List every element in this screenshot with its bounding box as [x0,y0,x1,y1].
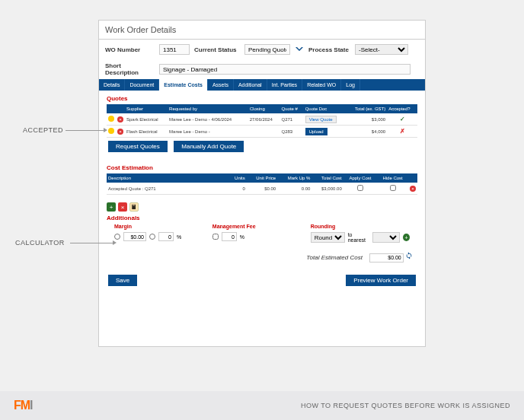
tab-assets[interactable]: Assets [208,79,234,91]
delete-icon[interactable]: × [117,116,123,123]
cost-total-cell: $3,000.00 [312,183,343,195]
wo-number-input[interactable] [159,44,190,55]
tab-additional[interactable]: Additional [234,79,267,91]
col-quote-doc: Quote Doc [304,104,346,113]
add-icon[interactable]: + [107,202,116,212]
col-quote-no: Quote # [280,104,304,113]
wo-number-label: WO Number [105,46,155,53]
cost-units-cell: 0 [228,183,247,195]
panel-title: Work Order Details [99,21,425,40]
quotes-grid: Supplier Requested by Closing Quote # Qu… [107,104,417,138]
delete-icon[interactable]: × [117,129,123,135]
rounding-label: Rounding [311,224,410,229]
apply-cost-checkbox[interactable] [357,185,363,191]
mgmt-fee-checkbox[interactable] [212,234,219,240]
requested-by-cell: Maree Lee - Demo - 4/06/2024 [168,113,248,126]
closing-cell [248,126,280,138]
calc-toolbar: + × 🖩 [99,199,425,215]
view-quote-button[interactable]: View Quote [305,116,337,123]
margin-pct-radio[interactable] [149,234,155,240]
process-state-select[interactable]: -Select- [355,44,408,55]
rounding-to-label: to nearest [348,232,369,243]
hide-cost-checkbox[interactable] [390,185,396,191]
tab-int-parties[interactable]: Int. Parties [267,79,302,91]
col-closing: Closing [248,104,280,113]
tab-related-wo[interactable]: Related WO [302,79,341,91]
mgmt-fee-label: Management Fee [212,224,288,229]
quote-no-cell: Q283 [280,126,304,138]
additionals-section: Additionals Margin % Management Fee [99,215,425,247]
short-desc-input[interactable] [159,64,411,75]
supplier-cell: Spark Electrical [125,113,168,126]
col-apply-cost: Apply Cost [343,173,377,183]
status-dropdown-icon[interactable] [295,43,304,56]
col-requested-by: Requested by [168,104,248,113]
tab-log[interactable]: Log [341,79,360,91]
margin-label: Margin [114,224,190,229]
col-hide-cost: Hide Cost [377,173,408,183]
rounding-block: Rounding Round to nearest + [311,224,410,243]
quotes-header-row: Supplier Requested by Closing Quote # Qu… [107,104,417,113]
total-row: Total Estimated Cost [99,247,425,267]
col-markup: Mark Up % [277,173,312,183]
manually-add-quote-button[interactable]: Manually Add Quote [174,141,244,152]
rounding-mode-select[interactable]: Round [311,232,345,243]
cost-estimation-grid: Description Units Unit Price Mark Up % T… [107,173,417,195]
bottom-caption: HOW TO REQUEST QUOTES BEFORE WORK IS ASS… [301,402,510,409]
col-accepted: Accepted? [387,104,417,113]
accepted-callout-line [66,130,104,131]
col-description: Description [107,173,228,183]
cost-estimation-section: Cost Estimation Description Units Unit P… [99,160,425,199]
process-state-label: Process State [308,46,350,53]
quotes-title: Quotes [107,95,417,102]
mgmt-fee-pct-input[interactable] [222,232,237,241]
accepted-callout-arrow [104,128,107,132]
margin-dollar-input[interactable] [123,232,146,241]
refresh-icon[interactable] [405,254,413,261]
pct-symbol: % [177,234,181,240]
remove-icon[interactable]: × [118,202,127,212]
save-button[interactable]: Save [108,275,137,286]
closing-cell: 27/06/2024 [248,113,280,126]
col-units: Units [228,173,247,183]
delete-cost-icon[interactable]: × [410,186,416,192]
total-cell: $4,000 [346,126,387,138]
col-total: Total (ex. GST) [346,104,387,113]
margin-dollar-radio[interactable] [114,234,120,240]
tab-document[interactable]: Document [125,79,159,91]
current-status-label: Current Status [194,46,240,53]
accepted-callout: ACCEPTED [23,126,63,134]
margin-pct-input[interactable] [158,232,174,241]
tab-bar: Details Document Estimate Costs Assets A… [99,79,425,91]
bottom-bar: FMI HOW TO REQUEST QUOTES BEFORE WORK IS… [0,391,524,420]
quote-no-cell: Q271 [280,113,304,126]
upload-button[interactable]: Upload [305,128,328,135]
calculator-callout: CALCULATOR [15,239,65,247]
cost-markup-cell: 0.00 [277,183,312,195]
header-row-1: WO Number Current Status Process State -… [99,40,425,59]
quote-row-2: × Flash Electrical Maree Lee - Demo - Q2… [107,126,417,138]
tab-estimate-costs[interactable]: Estimate Costs [159,79,208,91]
request-quotes-button[interactable]: Request Quotes [108,141,168,152]
cost-header-row: Description Units Unit Price Mark Up % T… [107,173,417,183]
edit-icon[interactable] [108,116,114,122]
cost-row: Accepted Quote : Q271 0 $0.00 0.00 $3,00… [107,183,417,195]
preview-work-order-button[interactable]: Preview Work Order [346,275,416,286]
pct-symbol: % [240,234,244,240]
rounding-add-icon[interactable]: + [403,234,410,241]
edit-icon[interactable] [108,128,114,134]
col-total-cost: Total Cost [312,173,343,183]
header-row-2: Short Description [99,59,425,79]
short-desc-label: Short Description [105,62,155,76]
current-status-input[interactable] [244,44,290,55]
tab-details[interactable]: Details [99,79,125,91]
total-label: Total Estimated Cost [306,254,363,261]
rounding-nearest-select[interactable] [372,232,400,243]
footer-buttons: Save Preview Work Order [99,267,425,294]
calculator-icon[interactable]: 🖩 [129,202,139,212]
work-order-panel: Work Order Details WO Number Current Sta… [98,20,426,347]
quote-row-1: × Spark Electrical Maree Lee - Demo - 4/… [107,113,417,126]
quotes-section: Quotes Supplier Requested by Closing Quo… [99,91,425,160]
supplier-cell: Flash Electrical [125,126,168,138]
total-value [369,253,404,262]
